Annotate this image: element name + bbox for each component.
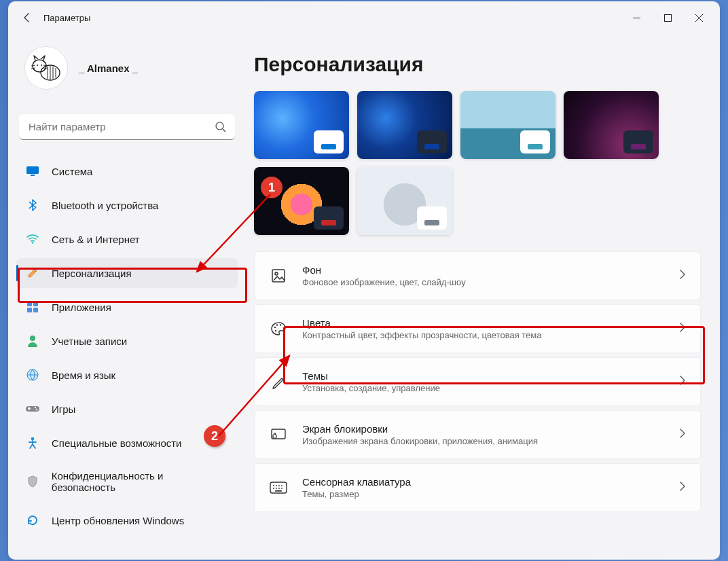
- svg-point-30: [275, 330, 276, 331]
- accent-swatch: [321, 144, 336, 149]
- svg-point-23: [36, 409, 37, 410]
- sidebar-item-label: Приложения: [52, 302, 111, 313]
- setting-row-3[interactable]: Экран блокировкиИзображения экрана блоки…: [254, 410, 701, 459]
- sidebar-item-label: Конфиденциальность и безопасность: [52, 470, 228, 493]
- access-icon: [26, 436, 39, 450]
- sidebar-item-label: Время и язык: [52, 369, 115, 381]
- svg-rect-18: [33, 308, 38, 312]
- setting-text: Экран блокировкиИзображения экрана блоки…: [302, 423, 665, 446]
- avatar: [24, 46, 68, 90]
- accent-swatch: [631, 144, 646, 149]
- sidebar-item-0[interactable]: Система: [16, 156, 238, 186]
- keyboard-icon: [270, 479, 287, 496]
- theme-taskbar-icon: [417, 130, 447, 153]
- update-icon: [26, 513, 39, 527]
- theme-tile-5[interactable]: [357, 167, 452, 235]
- sidebar-item-7[interactable]: Игры: [16, 394, 238, 424]
- svg-point-27: [274, 327, 276, 328]
- theme-taskbar-icon: [314, 130, 344, 153]
- chevron-right-icon: [680, 323, 685, 335]
- minimize-button[interactable]: [621, 4, 652, 31]
- svg-rect-1: [664, 14, 671, 21]
- svg-point-40: [278, 488, 280, 489]
- settings-window: Параметры: [8, 1, 720, 560]
- setting-title: Сенсорная клавиатура: [302, 476, 665, 488]
- sidebar-item-6[interactable]: Время и язык: [16, 360, 238, 390]
- sidebar-item-label: Bluetooth и устройства: [52, 200, 158, 211]
- svg-line-11: [223, 129, 225, 132]
- sidebar: _ Almanex _ СистемаBluetooth и устройств…: [8, 34, 246, 560]
- maximize-icon: [664, 14, 672, 22]
- window-controls: [621, 4, 714, 31]
- sidebar-item-8[interactable]: Специальные возможности: [16, 428, 238, 458]
- sidebar-item-1[interactable]: Bluetooth и устройства: [16, 190, 238, 220]
- brush-icon: [26, 266, 39, 280]
- username: _ Almanex _: [79, 62, 138, 74]
- svg-point-28: [276, 324, 278, 325]
- window-title: Параметры: [43, 13, 90, 23]
- close-button[interactable]: [683, 4, 714, 31]
- shield-icon: [26, 475, 39, 488]
- theme-tile-0[interactable]: [254, 91, 349, 159]
- svg-point-19: [30, 336, 35, 341]
- setting-subtitle: Темы, размер: [302, 489, 665, 499]
- theme-taskbar-icon: [314, 206, 344, 230]
- page-title: Персонализация: [254, 53, 701, 76]
- svg-point-36: [278, 485, 280, 486]
- setting-row-4[interactable]: Сенсорная клавиатураТемы, размер: [254, 463, 701, 512]
- setting-text: ЦветаКонтрастный цвет, эффекты прозрачно…: [302, 317, 665, 340]
- setting-row-0[interactable]: ФонФоновое изображение, цвет, слайд-шоу: [254, 251, 701, 300]
- svg-rect-15: [27, 302, 32, 306]
- setting-subtitle: Изображения экрана блокировки, приложени…: [302, 436, 665, 446]
- game-icon: [26, 402, 39, 416]
- setting-title: Темы: [302, 370, 665, 382]
- main-content: Персонализация ФонФоновое изображение, ц…: [246, 34, 720, 560]
- svg-rect-16: [33, 302, 38, 306]
- sidebar-item-label: Игры: [52, 403, 75, 415]
- svg-point-41: [281, 488, 283, 489]
- chevron-right-icon: [680, 270, 685, 282]
- sidebar-item-9[interactable]: Конфиденциальность и безопасность: [16, 462, 238, 501]
- close-icon: [695, 14, 703, 22]
- themes-grid: [254, 91, 701, 235]
- setting-text: ФонФоновое изображение, цвет, слайд-шоу: [302, 264, 665, 287]
- svg-point-10: [216, 122, 223, 130]
- setting-row-1[interactable]: ЦветаКонтрастный цвет, эффекты прозрачно…: [254, 304, 701, 353]
- svg-rect-13: [31, 175, 35, 176]
- svg-point-38: [273, 488, 274, 489]
- back-button[interactable]: [14, 4, 41, 31]
- setting-subtitle: Фоновое изображение, цвет, слайд-шоу: [302, 277, 665, 287]
- lock-icon: [270, 426, 287, 444]
- content-area: _ Almanex _ СистемаBluetooth и устройств…: [8, 34, 720, 560]
- sidebar-item-label: Центр обновления Windows: [52, 515, 184, 526]
- svg-point-14: [32, 242, 33, 243]
- theme-tile-4[interactable]: [254, 167, 349, 235]
- svg-rect-12: [26, 166, 39, 174]
- theme-tile-2[interactable]: [460, 91, 556, 159]
- palette-icon: [270, 320, 287, 338]
- setting-title: Экран блокировки: [302, 423, 665, 435]
- accent-swatch: [424, 220, 439, 225]
- sidebar-item-3[interactable]: Персонализация: [16, 258, 238, 288]
- 💻-icon: [26, 164, 39, 178]
- sidebar-item-10[interactable]: Центр обновления Windows: [16, 505, 238, 535]
- maximize-button[interactable]: [652, 4, 683, 31]
- svg-point-9: [41, 65, 42, 66]
- profile[interactable]: _ Almanex _: [16, 34, 238, 109]
- sidebar-item-4[interactable]: Приложения: [16, 292, 238, 322]
- sidebar-item-2[interactable]: Сеть & и Интернет: [16, 224, 238, 254]
- theme-tile-3[interactable]: [564, 91, 659, 159]
- user-icon: [26, 334, 39, 348]
- wifi-icon: [26, 232, 39, 246]
- search-input[interactable]: [19, 114, 235, 140]
- theme-tile-1[interactable]: [357, 91, 452, 159]
- svg-rect-17: [27, 308, 32, 312]
- sidebar-item-label: Персонализация: [52, 268, 132, 279]
- image-icon: [270, 267, 287, 285]
- svg-point-8: [37, 65, 38, 66]
- svg-point-37: [281, 485, 283, 486]
- minimize-icon: [633, 14, 640, 22]
- svg-rect-32: [273, 435, 276, 438]
- setting-row-2[interactable]: ТемыУстановка, создание, управление: [254, 357, 701, 406]
- sidebar-item-5[interactable]: Учетные записи: [16, 326, 238, 356]
